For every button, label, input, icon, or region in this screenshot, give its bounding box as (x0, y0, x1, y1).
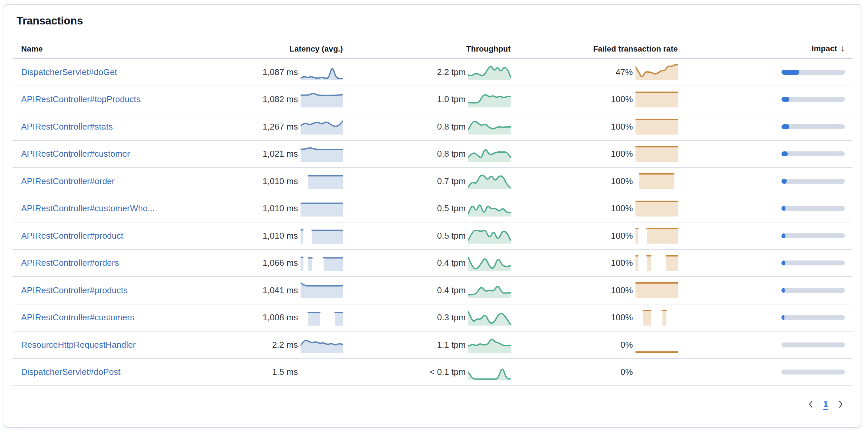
impact-bar-fill (781, 124, 789, 129)
latency-sparkline (301, 92, 343, 108)
throughput-value: 0.4 tpm (385, 258, 468, 268)
throughput-value: < 0.1 tpm (385, 367, 468, 377)
failed-rate-value: 100% (552, 203, 636, 213)
impact-bar-fill (781, 315, 784, 320)
throughput-value: 1.0 tpm (385, 94, 468, 105)
transaction-name-link[interactable]: APIRestController#stats (21, 122, 113, 132)
latency-value: 2.2 ms (217, 340, 301, 350)
latency-sparkline (301, 282, 343, 298)
pagination: 1 (12, 397, 852, 412)
latency-sparkline (301, 310, 343, 325)
failed-rate-sparkline (636, 228, 678, 243)
impact-bar-fill (781, 70, 799, 75)
chevron-left-icon (808, 400, 813, 408)
next-page-button[interactable] (833, 397, 848, 412)
transaction-name-link[interactable]: ResourceHttpRequestHandler (21, 340, 136, 350)
failed-rate-value: 100% (552, 312, 636, 323)
latency-value: 1.5 ms (217, 367, 301, 377)
column-header-impact[interactable]: Impact ↓ (781, 43, 845, 54)
transaction-name-link[interactable]: DispatcherServlet#doPost (21, 367, 121, 377)
table-row: APIRestController#product 1,010 ms 0.5 t… (12, 223, 852, 250)
impact-bar (781, 179, 845, 184)
impact-bar (781, 151, 845, 156)
transaction-name-link[interactable]: APIRestController#orders (21, 258, 119, 268)
table-row: APIRestController#products 1,041 ms 0.4 … (12, 277, 852, 305)
impact-bar (781, 233, 845, 238)
failed-rate-sparkline (636, 64, 678, 80)
latency-value: 1,010 ms (217, 176, 301, 186)
transaction-name-link[interactable]: APIRestController#products (21, 285, 127, 295)
failed-rate-value: 100% (552, 149, 636, 159)
impact-bar (781, 315, 845, 320)
throughput-sparkline (468, 92, 510, 108)
failed-rate-value: 100% (552, 176, 636, 186)
latency-value: 1,008 ms (217, 312, 301, 323)
failed-rate-value: 100% (552, 258, 636, 268)
latency-sparkline (301, 201, 343, 216)
throughput-value: 0.4 tpm (385, 285, 468, 295)
table-row: APIRestController#customer 1,021 ms 0.8 … (12, 141, 852, 168)
transaction-name-link[interactable]: APIRestController#product (21, 231, 123, 241)
throughput-sparkline (468, 146, 510, 162)
column-header-latency[interactable]: Latency (avg.) (217, 44, 343, 54)
throughput-value: 2.2 tpm (385, 67, 468, 77)
transaction-name-link[interactable]: DispatcherServlet#doGet (21, 67, 117, 77)
transaction-name-link[interactable]: APIRestController#customers (21, 312, 134, 322)
throughput-sparkline (468, 228, 510, 243)
impact-bar (781, 288, 845, 293)
impact-bar-fill (781, 288, 785, 293)
table-row: APIRestController#orders 1,066 ms 0.4 tp… (12, 250, 852, 277)
throughput-value: 0.8 tpm (385, 149, 468, 159)
previous-page-button[interactable] (803, 397, 818, 412)
failed-rate-sparkline (636, 119, 678, 135)
latency-sparkline (301, 173, 343, 189)
table-row: APIRestController#topProducts 1,082 ms 1… (12, 86, 852, 114)
failed-rate-value: 47% (552, 67, 636, 77)
latency-value: 1,041 ms (217, 285, 301, 295)
impact-bar (781, 260, 845, 265)
impact-bar-fill (781, 97, 789, 102)
impact-bar-fill (781, 233, 785, 238)
page-title: Transactions (17, 15, 852, 27)
throughput-value: 0.8 tpm (385, 122, 468, 132)
latency-sparkline (301, 337, 343, 353)
latency-sparkline (301, 146, 343, 162)
failed-rate-sparkline (636, 146, 678, 162)
transaction-name-link[interactable]: APIRestController#customer (21, 149, 130, 158)
latency-sparkline (301, 255, 343, 271)
failed-rate-value: 0% (552, 340, 636, 350)
failed-rate-sparkline (636, 92, 678, 108)
impact-bar (781, 206, 845, 211)
latency-value: 1,082 ms (217, 94, 301, 105)
column-header-throughput[interactable]: Throughput (385, 44, 510, 54)
failed-rate-value: 100% (552, 285, 636, 295)
failed-rate-sparkline (636, 310, 678, 325)
throughput-sparkline (468, 337, 510, 353)
latency-value: 1,010 ms (217, 231, 301, 241)
throughput-value: 0.5 tpm (385, 203, 468, 213)
transactions-panel: Transactions Name Latency (avg.) Through… (4, 4, 861, 428)
failed-rate-sparkline (636, 282, 678, 298)
table-header-row: Name Latency (avg.) Throughput Failed tr… (12, 27, 852, 59)
throughput-sparkline (468, 119, 510, 135)
impact-bar (781, 342, 845, 347)
table-row: ResourceHttpRequestHandler 2.2 ms 1.1 tp… (12, 331, 852, 359)
throughput-value: 1.1 tpm (385, 340, 468, 350)
impact-bar (781, 370, 845, 375)
table-row: APIRestController#order 1,010 ms 0.7 tpm… (12, 168, 852, 195)
failed-rate-sparkline (636, 255, 678, 271)
table-row: APIRestController#customers 1,008 ms 0.3… (12, 305, 852, 332)
chevron-right-icon (838, 400, 843, 408)
failed-rate-sparkline (636, 173, 678, 189)
throughput-sparkline (468, 201, 510, 216)
transaction-name-link[interactable]: APIRestController#topProducts (21, 94, 141, 104)
failed-rate-value: 0% (552, 367, 636, 377)
transaction-name-link[interactable]: APIRestController#order (21, 176, 115, 186)
transaction-name-link[interactable]: APIRestController#customerWho... (21, 203, 155, 213)
column-header-name[interactable]: Name (12, 44, 217, 54)
failed-rate-value: 100% (552, 94, 636, 105)
column-header-failed-rate[interactable]: Failed transaction rate (552, 44, 678, 54)
throughput-value: 0.7 tpm (385, 176, 468, 186)
impact-bar-fill (781, 179, 787, 184)
page-number-1[interactable]: 1 (818, 397, 833, 412)
